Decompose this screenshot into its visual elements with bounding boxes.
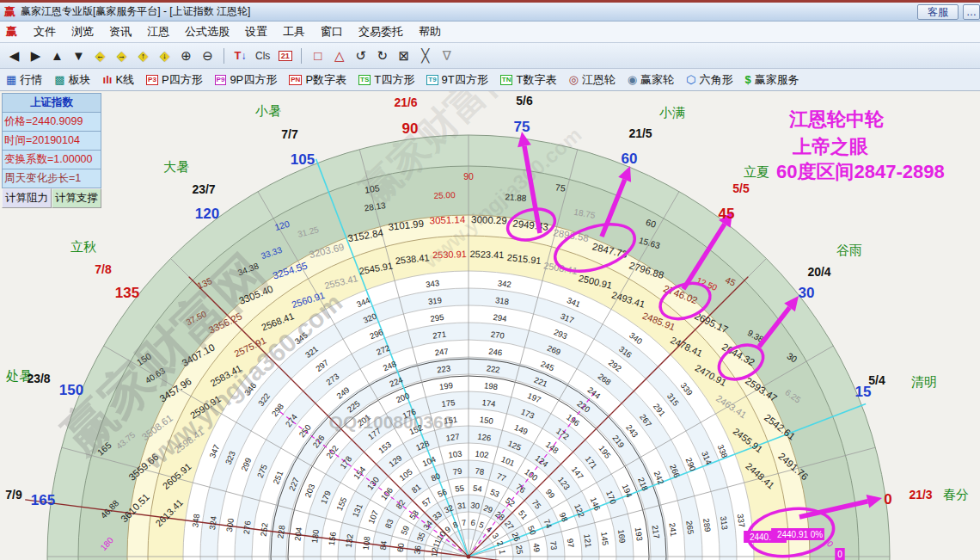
svg-text:60: 60 <box>395 543 406 553</box>
rotate-ccw-icon[interactable]: ↺ <box>350 46 371 65</box>
svg-text:271: 271 <box>432 329 446 341</box>
nav-left-icon[interactable]: ◀ <box>3 46 25 65</box>
solar-term-label: 小暑 <box>254 103 281 118</box>
titlebar-buttons: 客服… <box>913 3 980 20</box>
menu-item-工具[interactable]: 工具 <box>275 22 313 41</box>
menu-item-交易委托[interactable]: 交易委托 <box>351 22 411 41</box>
tab-winner-wheel[interactable]: ◉赢家轮 <box>622 69 680 90</box>
date-label: 21/5 <box>628 126 652 140</box>
svg-text:199: 199 <box>438 380 453 391</box>
nav-down-icon[interactable]: ▼ <box>68 46 89 65</box>
calendar-icon[interactable]: 21 <box>274 46 296 65</box>
window-title: 赢家江恩专业版[赢家服务平台] - [上证指数 江恩轮] <box>21 4 913 19</box>
panel-row: 时间=20190104 <box>2 132 101 151</box>
tab-kline-icon: ılı <box>103 73 113 86</box>
step-up-icon[interactable]: ◆↑ <box>132 46 154 65</box>
toolbar-separator <box>224 48 224 64</box>
degree-label: 75 <box>514 119 530 135</box>
menu-item-帮助[interactable]: 帮助 <box>411 22 449 41</box>
tab-sectors-label: 板块 <box>69 72 91 88</box>
step-left-icon[interactable]: ◆← <box>89 46 111 65</box>
menu-item-公式选股[interactable]: 公式选股 <box>177 22 237 41</box>
tab-hexagon[interactable]: ⬡六角形 <box>680 69 738 90</box>
svg-text:36: 36 <box>412 545 422 555</box>
zoom-in-icon[interactable]: ⊕ <box>175 46 197 65</box>
svg-text:169: 169 <box>616 529 628 544</box>
tab-kline[interactable]: ılıK线 <box>97 69 141 90</box>
svg-text:223: 223 <box>437 363 451 374</box>
tab-winner-wheel-label: 赢家轮 <box>640 72 674 88</box>
svg-text:12: 12 <box>429 547 439 557</box>
annotation-text: 江恩轮中轮 <box>788 108 885 130</box>
svg-text:73: 73 <box>548 540 559 551</box>
svg-text:252: 252 <box>259 522 270 537</box>
solar-term-label: 大暑 <box>163 159 189 174</box>
svg-text:294: 294 <box>493 312 507 323</box>
nav-up-icon[interactable]: ▲ <box>46 46 68 65</box>
panel-button-计算支撑[interactable]: 计算支撑 <box>52 188 101 208</box>
cross-tool-icon[interactable]: ╳ <box>414 46 436 65</box>
panel-row: 变换系数=1.00000 <box>2 151 101 169</box>
tab-p-square-icon: P3 <box>146 75 158 85</box>
tab-9t-square[interactable]: T99T四方形 <box>420 69 494 90</box>
tab-gann-wheel-label: 江恩轮 <box>582 72 616 88</box>
menu-bar: 赢 文件浏览资讯江恩公式选股设置工具窗口交易委托帮助 <box>0 22 980 43</box>
svg-text:126: 126 <box>477 432 492 443</box>
tab-quotes[interactable]: ▦行情 <box>0 69 48 90</box>
svg-text:343: 343 <box>426 278 440 289</box>
tab-t-table-icon: TN <box>500 75 513 85</box>
square-tool-icon[interactable]: □ <box>307 46 328 65</box>
triangle-tool-icon[interactable]: △ <box>328 46 350 65</box>
t-down-icon[interactable]: T↓ <box>230 46 251 65</box>
degree-label: 30 <box>799 285 815 301</box>
svg-text:132: 132 <box>344 533 355 548</box>
date-label: 7/8 <box>95 262 112 276</box>
step-right-icon[interactable]: ◆→ <box>111 46 132 65</box>
svg-text:193: 193 <box>634 526 645 541</box>
menu-item-浏览[interactable]: 浏览 <box>64 22 101 41</box>
menu-item-资讯[interactable]: 资讯 <box>101 22 139 41</box>
menu-item-江恩[interactable]: 江恩 <box>139 22 177 41</box>
tab-9p-square[interactable]: P99P四方形 <box>209 69 284 90</box>
tab-p-table[interactable]: PNP数字表 <box>283 69 352 90</box>
tab-p-square[interactable]: P3P四方形 <box>140 69 208 90</box>
zoom-out-icon[interactable]: ⊖ <box>197 46 218 65</box>
maximize-box-icon[interactable]: ⊠ <box>393 46 414 65</box>
svg-text:103: 103 <box>448 449 462 460</box>
solar-term-label: 春分 <box>943 487 969 502</box>
svg-text:30: 30 <box>470 500 481 510</box>
svg-text:156: 156 <box>327 532 338 546</box>
tab-sectors[interactable]: ▩板块 <box>48 69 96 90</box>
gann-wheel-chart: 1234567891011122526272829303132333435364… <box>0 91 980 560</box>
menu-item-窗口[interactable]: 窗口 <box>313 22 351 41</box>
svg-text:337: 337 <box>736 514 747 528</box>
titlebar-button-客服[interactable]: 客服 <box>917 4 959 20</box>
svg-text:145: 145 <box>599 532 610 546</box>
tab-t-table[interactable]: TNT数字表 <box>494 69 563 90</box>
nav-right-icon[interactable]: ▶ <box>25 46 46 65</box>
degree-label: 60 <box>622 151 638 167</box>
tab-gann-wheel[interactable]: ◎江恩轮 <box>562 69 621 90</box>
svg-text:25: 25 <box>514 545 524 555</box>
svg-text:90: 90 <box>463 171 474 182</box>
title-bar: 赢 赢家江恩专业版[赢家服务平台] - [上证指数 江恩轮] 客服… <box>0 0 980 22</box>
degree-label: 0 <box>884 491 891 508</box>
tab-kline-label: K线 <box>115 72 134 88</box>
menu-logo-icon: 赢 <box>6 24 17 40</box>
cls-icon[interactable]: Cls <box>251 46 274 65</box>
annotation-text: 60度区间2847-2898 <box>776 161 945 182</box>
rotate-cw-icon[interactable]: ↻ <box>371 46 393 65</box>
tab-t-square[interactable]: TST四方形 <box>352 69 420 90</box>
svg-text:79: 79 <box>452 466 462 477</box>
step-down-icon[interactable]: ◆↓ <box>154 46 175 65</box>
titlebar-button-partial[interactable]: … <box>963 4 980 20</box>
menu-item-设置[interactable]: 设置 <box>237 22 275 41</box>
degree-label: 90 <box>402 120 419 137</box>
clear-tool-icon[interactable]: ∇ <box>436 46 457 65</box>
menu-item-文件[interactable]: 文件 <box>26 22 64 41</box>
svg-text:246: 246 <box>488 347 503 358</box>
tab-winner-service[interactable]: $赢家服务 <box>738 69 805 90</box>
svg-text:289: 289 <box>701 518 713 532</box>
panel-button-计算阻力[interactable]: 计算阻力 <box>2 188 52 208</box>
svg-text:49: 49 <box>531 543 542 553</box>
